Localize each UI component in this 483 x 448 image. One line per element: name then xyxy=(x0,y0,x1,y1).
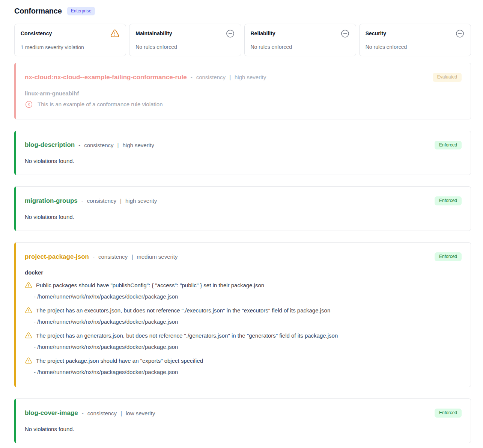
rule-meta: consistency | high severity xyxy=(87,198,157,204)
rule-severity: high severity xyxy=(122,142,154,148)
status-badge-evaluated: Evaluated xyxy=(433,73,462,82)
rule-body-text: No violations found. xyxy=(25,426,462,432)
violation-message: Public packages should have "publishConf… xyxy=(36,281,264,290)
violation-path: - /home/runner/work/nx/nx/packages/docke… xyxy=(34,293,462,301)
rule-meta: consistency | low severity xyxy=(87,410,155,416)
page-header: Conformance Enterprise xyxy=(14,7,471,15)
status-badge-enforced: Enforced xyxy=(435,141,462,150)
rule-severity: high severity xyxy=(125,198,157,204)
warning-triangle-icon xyxy=(25,307,32,314)
summary-card-consistency: Consistency 1 medium severity violation xyxy=(14,24,126,56)
x-circle-icon xyxy=(25,100,33,109)
rule-name-link[interactable]: blog-description xyxy=(25,141,75,149)
status-badge-enforced: Enforced xyxy=(435,409,462,418)
minus-circle-icon xyxy=(455,29,465,38)
violation-path: - /home/runner/work/nx/nx/packages/docke… xyxy=(34,343,462,351)
violation-message: The project package.json should have an … xyxy=(36,357,203,365)
violation-path: - /home/runner/work/nx/nx/packages/docke… xyxy=(34,318,462,326)
rule-severity: low severity xyxy=(126,410,155,416)
violation-item: The project has an generators.json, but … xyxy=(25,332,462,351)
summary-card-title: Consistency xyxy=(21,29,52,36)
rule-name-link[interactable]: migration-groups xyxy=(25,197,78,205)
rule-meta-pipe: | xyxy=(229,74,231,80)
summary-card-status: No rules enforced xyxy=(251,44,350,50)
rule-meta-dash: - xyxy=(81,198,83,204)
summary-card-title: Security xyxy=(366,29,386,36)
violation-item: The project package.json should have an … xyxy=(25,357,462,376)
violation-message: The project has an generators.json, but … xyxy=(36,332,338,340)
status-badge-enforced: Enforced xyxy=(435,196,462,205)
minus-circle-icon xyxy=(226,29,235,38)
rule-name-link[interactable]: blog-cover-image xyxy=(25,409,78,417)
rule-meta-dash: - xyxy=(191,74,193,80)
summary-card-status: No rules enforced xyxy=(135,44,235,50)
rule-meta: consistency | high severity xyxy=(196,74,266,80)
page-title: Conformance xyxy=(14,7,62,15)
rule-severity: medium severity xyxy=(137,253,178,260)
rule-body-text: No violations found. xyxy=(25,158,462,164)
rule-card-example-failing-conformance-rule: nx-cloud:nx-cloud--example-failing-confo… xyxy=(14,63,471,119)
project-name: linux-arm-gnueabihf xyxy=(25,90,462,97)
status-badge-enforced: Enforced xyxy=(435,252,462,261)
violation-line: This is an example of a conformance rule… xyxy=(25,100,462,109)
rule-category: consistency xyxy=(87,198,116,204)
rule-meta-pipe: | xyxy=(120,198,122,204)
rule-name-link[interactable]: project-package-json xyxy=(25,253,89,261)
rule-card-blog-description: blog-description - consistency | high se… xyxy=(14,131,471,175)
rule-meta-pipe: | xyxy=(131,253,133,260)
warning-triangle-icon xyxy=(25,332,32,339)
summary-card-reliability: Reliability No rules enforced xyxy=(244,24,356,56)
rule-meta: consistency | medium severity xyxy=(98,253,178,260)
violation-message: The project has an executors.json, but d… xyxy=(36,306,330,315)
warning-triangle-icon xyxy=(110,29,120,39)
rule-category: consistency xyxy=(87,410,117,416)
summary-card-title: Maintainability xyxy=(135,29,172,36)
summary-card-status: No rules enforced xyxy=(366,44,465,50)
summary-card-title: Reliability xyxy=(251,29,275,36)
violation-message: This is an example of a conformance rule… xyxy=(38,101,163,107)
rule-name-link[interactable]: nx-cloud:nx-cloud--example-failing-confo… xyxy=(25,74,187,81)
violation-path: - /home/runner/work/nx/nx/packages/docke… xyxy=(34,368,462,377)
enterprise-badge: Enterprise xyxy=(67,7,95,15)
rule-card-blog-cover-image: blog-cover-image - consistency | low sev… xyxy=(14,398,471,443)
rule-meta-dash: - xyxy=(82,410,84,416)
rule-category: consistency xyxy=(196,74,226,80)
violation-item: The project has an executors.json, but d… xyxy=(25,306,462,326)
warning-triangle-icon xyxy=(25,282,32,289)
rule-meta-pipe: | xyxy=(120,410,122,416)
project-name: docker xyxy=(25,269,462,276)
minus-circle-icon xyxy=(340,29,350,38)
rule-category: consistency xyxy=(84,142,113,148)
rule-meta: consistency | high severity xyxy=(84,142,154,148)
warning-triangle-icon xyxy=(25,357,32,365)
rule-category: consistency xyxy=(98,253,128,260)
rule-body-text: No violations found. xyxy=(25,214,462,220)
rule-meta-dash: - xyxy=(93,253,95,260)
rule-card-project-package-json: project-package-json - consistency | med… xyxy=(14,242,471,388)
summary-card-security: Security No rules enforced xyxy=(359,24,471,56)
summary-card-status: 1 medium severity violation xyxy=(21,44,120,50)
violation-item: Public packages should have "publishConf… xyxy=(25,281,462,301)
rule-meta-pipe: | xyxy=(117,142,119,148)
rule-severity: high severity xyxy=(235,74,266,80)
summary-cards-row: Consistency 1 medium severity violation … xyxy=(14,24,471,56)
summary-card-maintainability: Maintainability No rules enforced xyxy=(129,24,241,56)
rule-meta-dash: - xyxy=(78,142,80,148)
conformance-page: Conformance Enterprise Consistency 1 med… xyxy=(0,0,483,448)
rule-card-migration-groups: migration-groups - consistency | high se… xyxy=(14,186,471,231)
